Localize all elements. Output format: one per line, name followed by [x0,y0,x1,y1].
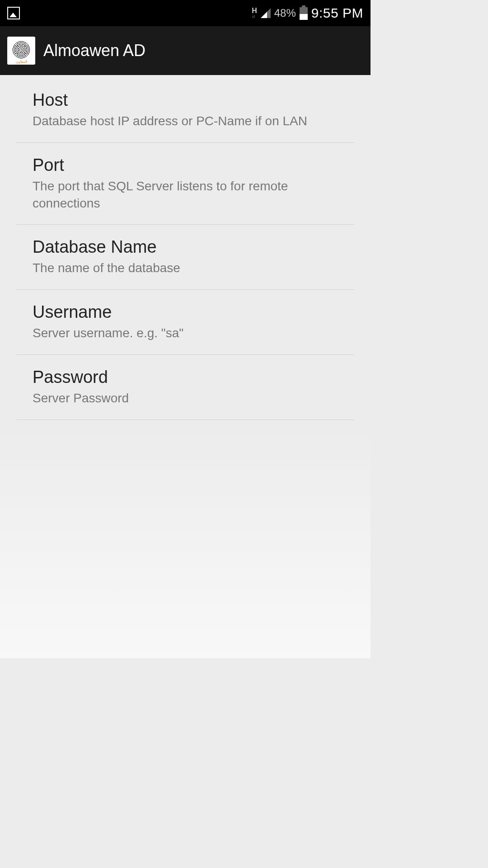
setting-item-host[interactable]: Host Database host IP address or PC-Name… [16,75,354,143]
setting-description: The name of the database [33,259,338,277]
image-icon [7,7,20,19]
app-bar: المعاون Almoawen AD [0,26,371,75]
network-type-icon: H [252,7,257,19]
setting-title: Database Name [33,237,338,257]
setting-item-database-name[interactable]: Database Name The name of the database [16,225,354,290]
setting-title: Port [33,156,338,175]
setting-item-port[interactable]: Port The port that SQL Server listens to… [16,143,354,225]
status-bar-left [7,7,20,19]
setting-description: The port that SQL Server listens to for … [33,178,338,212]
content-area: Host Database host IP address or PC-Name… [0,75,371,658]
app-icon: المعاون [7,37,35,65]
setting-title: Password [33,368,338,387]
setting-description: Server username. e.g. "sa" [33,325,338,342]
setting-title: Host [33,90,338,110]
battery-icon [300,7,308,20]
app-title: Almoawen AD [43,41,145,60]
setting-description: Database host IP address or PC-Name if o… [33,113,338,130]
setting-item-username[interactable]: Username Server username. e.g. "sa" [16,290,354,355]
setting-item-password[interactable]: Password Server Password [16,355,354,420]
app-icon-label: المعاون [16,60,27,64]
signal-icon [261,8,271,18]
status-bar-right: H 48% 9:55 PM [252,5,363,21]
setting-title: Username [33,302,338,322]
battery-percent: 48% [274,7,296,19]
clock: 9:55 PM [311,5,363,21]
fingerprint-icon [12,41,30,59]
status-bar: H 48% 9:55 PM [0,0,371,26]
setting-description: Server Password [33,390,338,407]
settings-list: Host Database host IP address or PC-Name… [0,75,371,420]
